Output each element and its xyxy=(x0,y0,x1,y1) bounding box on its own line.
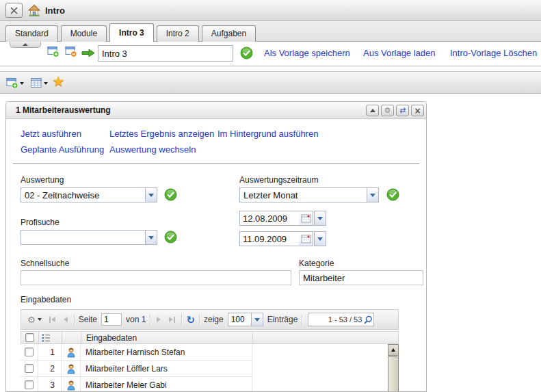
layout-table-caret-icon[interactable] xyxy=(44,82,48,85)
profisuche-select[interactable] xyxy=(21,230,157,245)
row-label: Mitarbeiter Meier Gabi xyxy=(81,377,252,392)
last-page-icon xyxy=(169,317,173,322)
refresh-icon[interactable]: ↻ xyxy=(186,315,195,325)
panel-header[interactable]: 1 Mitarbeiterauswertung ⚙ ⇄ × xyxy=(6,102,426,119)
next-page-button[interactable] xyxy=(155,317,163,322)
chevron-down-icon[interactable] xyxy=(145,231,157,244)
grid-scrollbar[interactable] xyxy=(388,344,399,392)
next-page-icon xyxy=(157,317,161,322)
chevron-down-icon[interactable] xyxy=(314,231,326,246)
app-window: Intro Standard Module Intro 3 Intro 2 Au… xyxy=(0,0,541,392)
panel-settings-button[interactable]: ⚙ xyxy=(381,105,394,116)
show-last-result-link[interactable]: Letztes Ergebnis anzeigen xyxy=(109,129,214,139)
chevron-down-icon[interactable] xyxy=(251,313,263,326)
row-number-column-icon[interactable] xyxy=(41,333,51,343)
intro-name-input[interactable] xyxy=(98,45,233,62)
zeitraum-value: Letzter Monat xyxy=(240,188,367,202)
load-from-template-link[interactable]: Aus Vorlage laden xyxy=(363,48,436,58)
page-label: Seite xyxy=(79,315,97,324)
run-now-link[interactable]: Jetzt ausführen xyxy=(21,129,81,139)
grid-pager-toolbar: ⚙ Seite von 1 ↻ zeige 100 Eintr xyxy=(21,309,399,330)
green-arrow-icon xyxy=(81,49,95,60)
window-remove-icon[interactable] xyxy=(65,46,77,60)
scrollbar-thumb[interactable] xyxy=(388,356,399,392)
record-range-field[interactable]: 1 - 53 / 53 xyxy=(308,313,374,326)
panel-title: 1 Mitarbeiterauswertung xyxy=(6,105,111,115)
entries-label: Einträge xyxy=(267,315,298,324)
tab-aufgaben[interactable]: Aufgaben xyxy=(202,25,256,42)
row-checkbox[interactable] xyxy=(25,380,34,389)
calendar-icon[interactable] xyxy=(299,211,313,225)
home-icon[interactable] xyxy=(27,3,41,17)
panel-close-button[interactable]: × xyxy=(411,105,424,116)
row-checkbox[interactable] xyxy=(25,364,34,373)
window-close-button[interactable] xyxy=(5,3,23,18)
panel-body: Jetzt ausführen Letztes Ergebnis anzeige… xyxy=(6,119,426,392)
scroll-up-button[interactable] xyxy=(388,344,399,356)
date-to-field[interactable]: 11.09.2009 xyxy=(239,231,326,246)
date-from-field[interactable]: 12.08.2009 xyxy=(239,211,326,226)
window-add-icon[interactable] xyxy=(47,46,60,60)
chevron-down-icon[interactable] xyxy=(145,188,157,202)
tab-standard[interactable]: Standard xyxy=(5,25,58,42)
favorite-star-icon[interactable]: ★ xyxy=(52,73,65,90)
auswertung-value: 02 - Zeitnachweise xyxy=(21,188,145,202)
action-toolbar: ★ xyxy=(0,71,541,94)
eingabedaten-column-header[interactable]: Eingabedaten xyxy=(81,332,253,343)
show-label: zeige xyxy=(204,315,224,324)
save-as-template-link[interactable]: Als Vorlage speichern xyxy=(264,48,350,58)
row-number: 2 xyxy=(38,361,62,377)
eingabedaten-section-label: Eingabedaten xyxy=(21,295,71,304)
profisuche-value xyxy=(21,231,145,244)
date-from-value: 12.08.2009 xyxy=(240,211,299,225)
scheduled-run-link[interactable]: Geplante Ausführung xyxy=(21,144,104,155)
auswertung-label: Auswertung xyxy=(21,175,64,185)
row-checkbox[interactable] xyxy=(25,348,34,356)
prev-page-button[interactable] xyxy=(62,317,70,322)
first-page-button[interactable] xyxy=(47,317,57,323)
prev-page-icon xyxy=(64,317,68,322)
chevron-down-icon[interactable] xyxy=(314,211,326,226)
grid-row[interactable]: 2 Mitarbeiter Löffler Lars xyxy=(21,361,252,377)
collapse-arrow-icon xyxy=(23,43,28,46)
tab-module[interactable]: Module xyxy=(61,25,107,42)
profisuche-valid-check-icon xyxy=(164,231,177,246)
tab-bar: Standard Module Intro 3 Intro 2 Aufgaben xyxy=(0,21,541,42)
refresh-icon: ⇄ xyxy=(399,106,406,115)
zeitraum-label: Auswertungszeitraum xyxy=(239,175,318,185)
page-number-input[interactable] xyxy=(101,313,122,326)
schnellsuche-input[interactable] xyxy=(21,270,291,285)
kategorie-input[interactable] xyxy=(299,270,423,285)
section-divider xyxy=(13,164,419,164)
collapse-handle[interactable] xyxy=(10,42,41,48)
auswertung-valid-check-icon xyxy=(164,188,177,203)
chevron-down-icon[interactable] xyxy=(367,188,378,202)
zeitraum-select[interactable]: Letzter Monat xyxy=(239,187,379,202)
switch-report-link[interactable]: Auswertung wechseln xyxy=(109,144,196,155)
tab-intro-3[interactable]: Intro 3 xyxy=(109,23,154,42)
tab-intro-2[interactable]: Intro 2 xyxy=(157,25,199,42)
panel-collapse-button[interactable] xyxy=(366,105,379,116)
add-portlet-icon[interactable] xyxy=(6,77,18,91)
page-size-select[interactable]: 100 xyxy=(228,313,263,326)
auswertung-select[interactable]: 02 - Zeitnachweise xyxy=(21,187,157,202)
delete-intro-template-link[interactable]: Intro-Vorlage Löschen xyxy=(450,48,537,58)
calendar-icon[interactable] xyxy=(299,232,313,246)
select-all-checkbox[interactable] xyxy=(25,333,34,342)
zeitraum-valid-check-icon xyxy=(386,188,399,203)
valid-check-icon xyxy=(240,47,253,62)
layout-table-icon[interactable] xyxy=(30,77,42,91)
grid-row[interactable]: 1 Mitarbeiter Harnisch Stefan xyxy=(21,344,252,361)
icon-column-header[interactable] xyxy=(62,332,81,343)
run-in-background-link[interactable]: Im Hintergrund ausführen xyxy=(217,129,318,139)
grid-row[interactable]: 3 Mitarbeiter Meier Gabi xyxy=(21,377,252,392)
row-label: Mitarbeiter Löffler Lars xyxy=(81,361,252,377)
intro-toolbar: Als Vorlage speichern Aus Vorlage laden … xyxy=(0,42,541,66)
close-icon xyxy=(10,6,18,15)
magnifier-icon xyxy=(363,315,373,325)
last-page-button[interactable] xyxy=(167,317,177,323)
panel-refresh-button[interactable]: ⇄ xyxy=(396,105,409,116)
add-portlet-caret-icon[interactable] xyxy=(20,82,24,85)
grid-header: Eingabedaten xyxy=(21,331,399,344)
pager-settings-button[interactable]: ⚙ xyxy=(26,315,43,325)
